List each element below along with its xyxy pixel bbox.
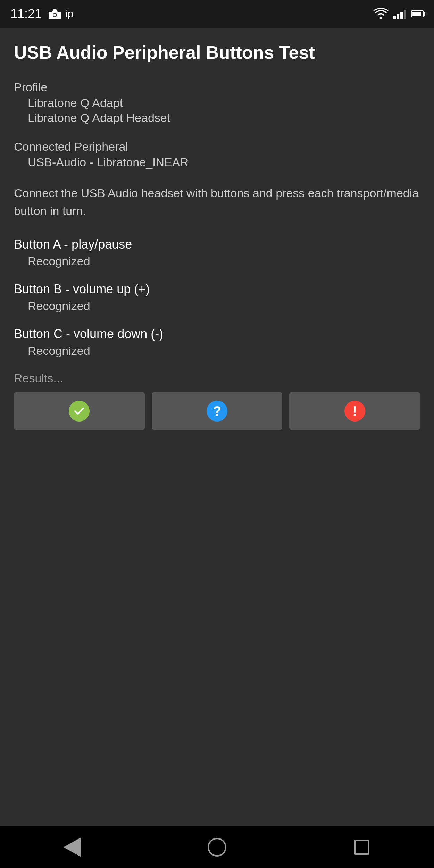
recent-icon bbox=[354, 840, 369, 855]
unknown-icon: ? bbox=[207, 401, 227, 422]
nav-back-button[interactable] bbox=[62, 837, 83, 858]
result-buttons-row: ? ! bbox=[14, 392, 420, 430]
svg-point-4 bbox=[380, 17, 382, 19]
profile-label: Profile bbox=[14, 81, 420, 94]
page-title: USB Audio Peripheral Buttons Test bbox=[14, 42, 420, 63]
connected-peripheral-value: USB-Audio - Libratone_INEAR bbox=[14, 156, 420, 169]
button-b-label: Button B - volume up (+) bbox=[14, 282, 420, 297]
button-a-section: Button A - play/pause Recognized bbox=[14, 237, 420, 268]
fail-icon: ! bbox=[344, 401, 365, 422]
svg-marker-1 bbox=[52, 9, 58, 12]
button-b-status: Recognized bbox=[14, 299, 420, 313]
profile-item-1: Libratone Q Adapt bbox=[14, 96, 420, 110]
button-c-label: Button C - volume down (-) bbox=[14, 327, 420, 341]
connected-peripheral-section: Connected Peripheral USB-Audio - Librato… bbox=[14, 140, 420, 170]
instruction-text: Connect the USB Audio headset with butto… bbox=[14, 184, 420, 220]
battery-icon bbox=[411, 10, 424, 17]
home-icon bbox=[208, 838, 226, 857]
svg-point-3 bbox=[53, 14, 56, 16]
status-left: 11:21 ip bbox=[10, 7, 73, 21]
back-icon bbox=[64, 837, 81, 857]
unknown-button[interactable]: ? bbox=[152, 392, 283, 430]
status-time: 11:21 bbox=[10, 7, 42, 21]
status-bar: 11:21 ip bbox=[0, 0, 434, 28]
signal-icon bbox=[393, 9, 406, 19]
results-label: Results... bbox=[14, 372, 420, 385]
button-a-label: Button A - play/pause bbox=[14, 237, 420, 252]
fail-button[interactable]: ! bbox=[289, 392, 420, 430]
profile-section: Profile Libratone Q Adapt Libratone Q Ad… bbox=[14, 81, 420, 126]
pass-button[interactable] bbox=[14, 392, 145, 430]
button-c-section: Button C - volume down (-) Recognized bbox=[14, 327, 420, 358]
nav-recent-button[interactable] bbox=[351, 837, 372, 858]
main-content: USB Audio Peripheral Buttons Test Profil… bbox=[0, 28, 434, 826]
button-a-status: Recognized bbox=[14, 254, 420, 268]
button-b-section: Button B - volume up (+) Recognized bbox=[14, 282, 420, 313]
nav-home-button[interactable] bbox=[207, 837, 227, 858]
connected-peripheral-label: Connected Peripheral bbox=[14, 140, 420, 153]
status-ip-label: ip bbox=[65, 8, 73, 20]
pass-icon bbox=[69, 401, 90, 422]
nav-bar bbox=[0, 826, 434, 868]
status-icons-left: ip bbox=[49, 8, 73, 20]
wifi-icon bbox=[373, 8, 389, 20]
button-c-status: Recognized bbox=[14, 344, 420, 358]
photo-icon bbox=[49, 9, 61, 19]
profile-item-2: Libratone Q Adapt Headset bbox=[14, 111, 420, 125]
status-icons-right bbox=[373, 8, 424, 20]
